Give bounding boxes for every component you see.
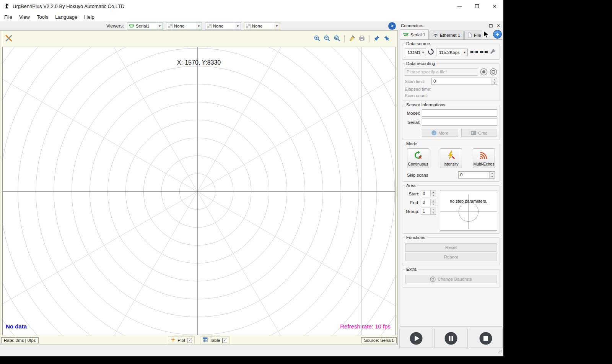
plot-icon (171, 337, 176, 343)
zoom-out-button[interactable] (322, 34, 332, 43)
zoom-in-icon (314, 35, 321, 43)
minimize-button[interactable] (451, 0, 468, 12)
viewer-select-1-value: Serial1 (134, 24, 157, 28)
more-button[interactable]: i More (422, 129, 458, 137)
pin-button[interactable] (372, 34, 381, 43)
data-recording-title: Data recording (405, 61, 436, 66)
clear-plot-button[interactable] (347, 34, 356, 43)
file-icon (468, 32, 472, 38)
spinner-arrows[interactable]: ▲▼ (430, 190, 436, 197)
spinner-arrows[interactable]: ▲▼ (492, 78, 497, 84)
menu-file[interactable]: File (1, 12, 16, 22)
menu-tools[interactable]: Tools (33, 12, 52, 22)
mode-intensity-label: Intensity (443, 162, 458, 166)
printer-icon (359, 35, 365, 42)
area-start-spinner[interactable]: 0 ▲▼ (421, 190, 436, 197)
snapshot-button[interactable] (357, 34, 366, 43)
scan-limit-label: Scan limit: (405, 79, 431, 84)
area-preview-grid (440, 190, 497, 230)
viewer-select-3[interactable]: None ▼ (205, 22, 241, 30)
plot-canvas[interactable]: X:-1570, Y:8330 No data Refresh rate: 10… (2, 47, 396, 335)
viewer-select-2[interactable]: None ▼ (166, 22, 202, 30)
maximize-button[interactable] (468, 0, 486, 12)
change-baudrate-button[interactable]: Change Baudrate (405, 275, 496, 283)
plot-settings-button[interactable] (4, 34, 13, 43)
tab-ethernet-1[interactable]: Ethernet 1 (430, 31, 464, 39)
pause-button[interactable] (434, 329, 468, 348)
play-button[interactable] (399, 329, 433, 348)
area-start-value: 0 (421, 190, 430, 197)
connect-button[interactable] (469, 50, 479, 55)
zoom-in-button[interactable] (313, 34, 322, 43)
spinner-arrows[interactable]: ▲▼ (489, 172, 495, 178)
tab-serial-1[interactable]: Serial 1 (400, 29, 429, 39)
record-stop-button[interactable] (490, 68, 497, 76)
com-port-select[interactable]: COM1 ▼ (405, 49, 426, 56)
menubar: File View Tools Language Help (0, 12, 503, 22)
menu-view[interactable]: View (16, 12, 33, 22)
scan-limit-spinner[interactable]: 0 ▲▼ (431, 78, 497, 85)
baudrate-select[interactable]: 115.2Kbps ▼ (436, 49, 468, 56)
disconnect-button[interactable] (479, 50, 489, 55)
minimize-icon (457, 6, 462, 6)
float-panel-button[interactable] (488, 23, 493, 28)
pin-icon (374, 35, 380, 42)
viewer-select-4[interactable]: None ▼ (244, 22, 280, 30)
spinner-arrows[interactable]: ▲▼ (430, 208, 436, 214)
reboot-button[interactable]: Reboot (405, 253, 496, 261)
port-settings-button[interactable] (489, 49, 497, 56)
tab-file[interactable]: File (464, 31, 482, 39)
baudrate-value: 115.2Kbps (438, 50, 462, 55)
serial-field[interactable] (422, 119, 497, 126)
scan-count-label: Scan count: (405, 93, 428, 98)
table-checkbox[interactable]: ✓ (222, 338, 227, 343)
menu-language[interactable]: Language (52, 12, 81, 22)
zoom-reset-button[interactable] (332, 34, 342, 43)
data-source-title: Data source (405, 41, 431, 46)
add-connector-button[interactable]: + (493, 30, 502, 39)
plot-checkbox[interactable]: ✓ (187, 338, 192, 343)
extra-title: Extra (405, 267, 418, 271)
play-icon (409, 331, 424, 346)
statusbar-toggles: Plot ✓ Table ✓ (0, 336, 397, 344)
unpin-button[interactable] (382, 34, 391, 43)
mode-intensity-button[interactable]: Intensity (440, 148, 462, 168)
plot-toggle-label: Plot (177, 338, 185, 343)
serial-label: Serial: (405, 120, 420, 125)
cursor-coordinates: X:-1570, Y:8330 (3, 59, 395, 66)
info-icon: i (431, 130, 436, 135)
table-toggle[interactable]: Table ✓ (200, 336, 230, 344)
refresh-ports-button[interactable] (426, 48, 436, 57)
zoom-reset-icon (334, 35, 340, 43)
connectors-tabs: Serial 1 Ethernet 1 File + (400, 29, 502, 39)
area-end-spinner[interactable]: 0 ▲▼ (421, 199, 436, 206)
menu-help[interactable]: Help (81, 12, 98, 22)
viewers-expand-button[interactable]: > (388, 22, 396, 30)
close-button[interactable]: ✕ (486, 0, 503, 12)
record-file-input[interactable] (405, 68, 478, 76)
area-title: Area (405, 183, 417, 188)
reset-button[interactable]: Reset (405, 243, 496, 252)
skip-scans-spinner[interactable]: 0 ▲▼ (458, 171, 495, 179)
viewer-select-1[interactable]: Serial1 ▼ (127, 22, 163, 30)
viewer-select-4-value: None (251, 24, 274, 28)
cmd-button[interactable]: Cmd (461, 129, 498, 137)
spinner-arrows[interactable]: ▲▼ (430, 199, 436, 206)
close-panel-button[interactable]: ✕ (496, 23, 501, 28)
model-label: Model: (405, 111, 420, 115)
functions-title: Functions (405, 235, 427, 240)
record-button[interactable] (480, 68, 488, 76)
area-group-value: 1 (421, 208, 430, 214)
resize-grip[interactable] (498, 349, 502, 355)
mode-multi-echos-label: Multi-Echos (474, 162, 495, 166)
model-field[interactable] (422, 109, 497, 117)
tab-serial-1-label: Serial 1 (410, 32, 425, 37)
plot-toggle[interactable]: Plot ✓ (168, 336, 195, 344)
mode-multi-echos-button[interactable]: Multi-Echos (473, 148, 495, 168)
plot-toolbar-right (313, 34, 391, 43)
stop-button[interactable] (469, 329, 503, 348)
area-group-spinner[interactable]: 1 ▲▼ (421, 208, 436, 215)
mode-continuous-button[interactable]: Continuous (407, 148, 429, 168)
sensor-informations-group: Sensor informations Model: Serial: i Mor… (402, 105, 500, 140)
tab-ethernet-1-label: Ethernet 1 (440, 33, 460, 37)
